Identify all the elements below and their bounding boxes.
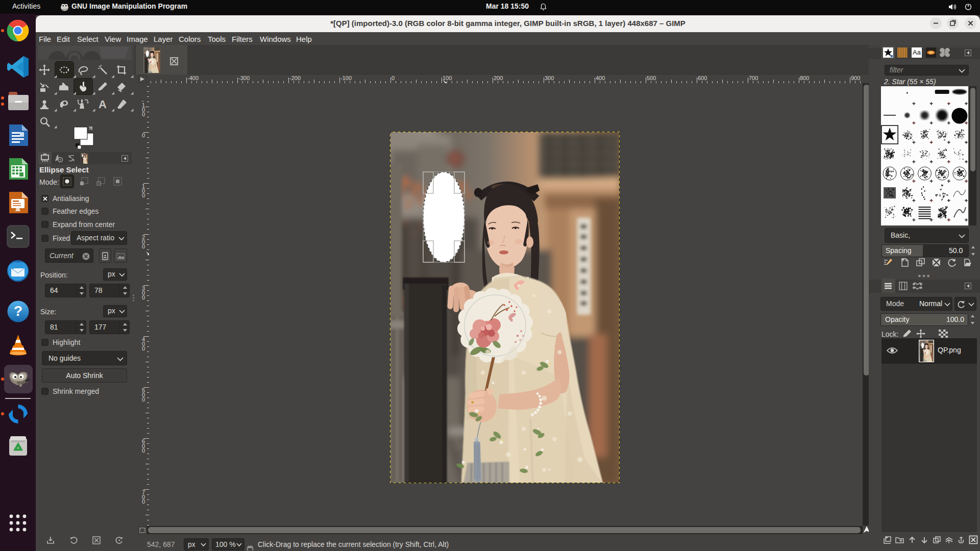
svg-text:?: ?: [14, 303, 22, 319]
